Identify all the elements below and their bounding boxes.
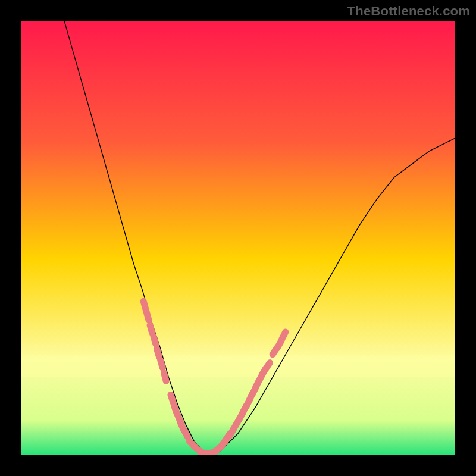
marker-left-lower-dots [184, 430, 188, 437]
marker-left-upper-dots [150, 325, 152, 333]
marker-left-upper-dots [164, 373, 167, 381]
marker-left-upper-dots [161, 360, 163, 368]
chart-frame: TheBottleneck.com [0, 0, 476, 476]
marker-left-upper-dots [146, 312, 149, 321]
marker-left-upper-dots [154, 336, 156, 344]
marker-right-dots [265, 363, 270, 370]
pale-band [21, 355, 455, 377]
marker-right-upper-dots [282, 332, 286, 340]
gradient-background [21, 21, 455, 455]
marker-left-upper-dots [157, 349, 159, 357]
marker-left-upper-dots [143, 301, 146, 309]
marker-left-lower-dots [171, 394, 173, 402]
plot-area [21, 21, 455, 455]
chart-svg [21, 21, 455, 455]
watermark-text: TheBottleneck.com [347, 4, 470, 19]
